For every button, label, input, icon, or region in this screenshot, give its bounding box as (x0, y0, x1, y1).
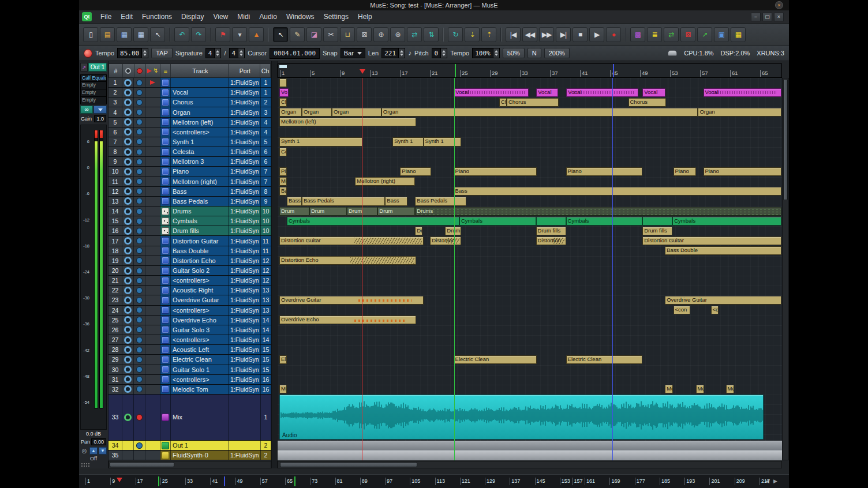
tempo-scale-arrows[interactable] (493, 48, 499, 58)
overview-playhead-icon[interactable] (117, 478, 122, 482)
record-button[interactable] (136, 168, 143, 175)
mute-button[interactable] (124, 326, 132, 333)
effect-slot[interactable]: Calf Equaliz (80, 74, 107, 82)
rewind-button[interactable]: ◀◀ (522, 27, 537, 42)
part-vo[interactable]: Vo (279, 88, 289, 97)
glue-tool-button[interactable]: ⊔ (340, 27, 355, 42)
mdi-restore-button[interactable]: ▢ (762, 13, 772, 21)
part-overdrive-guitar[interactable]: Overdrive Guitar (279, 296, 424, 305)
signature-numerator-spinbox[interactable]: 4 (205, 48, 222, 58)
track-row-34[interactable]: 34Out 12 (108, 441, 271, 451)
record-button[interactable] (136, 208, 143, 215)
tracklist-splitter[interactable] (271, 61, 278, 468)
part-piano[interactable]: Piano (566, 167, 643, 176)
track-row-35[interactable]: 35FluidSynth-01:FluidSyn2 (108, 451, 271, 460)
midi-sync-button[interactable]: ⇄ (664, 27, 679, 42)
track-row-9[interactable]: 9Mellotron 31:FluidSyn6 (108, 157, 271, 167)
eraser-tool-button[interactable]: ◪ (306, 27, 321, 42)
effect-slot[interactable]: Empty (80, 97, 107, 104)
arranger-canvas[interactable]: VoVocalVocalVocalVocalVocalChChChorusCho… (278, 78, 782, 460)
track-row-18[interactable]: 18Bass Double1:FluidSyn11 (108, 246, 271, 256)
part-bass-pedals[interactable]: Bass Pedals (302, 197, 385, 205)
record-button[interactable] (136, 366, 143, 373)
punch-menu-button[interactable]: ▾ (232, 27, 247, 42)
tempo-spinbox[interactable]: 85.00 (117, 48, 148, 58)
part-cymbals[interactable]: Cymbals (566, 217, 643, 226)
mute-button[interactable] (124, 346, 132, 354)
track-row-30[interactable]: 30Guitar Solo 11:FluidSyn15 (108, 365, 271, 375)
mute-button[interactable] (124, 227, 132, 235)
audio-bounce-button[interactable]: ↗ (697, 27, 712, 42)
mute-button[interactable] (124, 168, 132, 175)
part-chorus[interactable]: Chorus (507, 98, 559, 107)
aux-dropdown-button[interactable] (93, 106, 107, 114)
zoom-out-button[interactable]: 50% (503, 48, 525, 58)
part-bass-double[interactable]: Bass Double (665, 246, 781, 255)
bigtime-window-button[interactable]: ▩ (630, 27, 645, 42)
mute-button[interactable] (124, 118, 132, 126)
track-row-15[interactable]: 15Cymbals1:FluidSyn10 (108, 216, 271, 226)
part-drum[interactable]: Drum (445, 227, 461, 235)
part-unnamed[interactable] (536, 217, 566, 226)
tracklist-hscrollbar[interactable] (108, 461, 271, 468)
track-row-24[interactable]: 24<controllers>1:FluidSyn13 (108, 306, 271, 316)
track-row-1[interactable]: 11:FluidSyn1 (108, 78, 271, 88)
record-button[interactable] (136, 178, 143, 185)
record-button[interactable] (136, 80, 143, 86)
part-piano[interactable]: Piano (674, 167, 696, 176)
menu-midi[interactable]: Midi (233, 11, 255, 22)
part--con[interactable]: <con (674, 306, 691, 314)
playhead-marker-icon[interactable] (360, 69, 365, 74)
part-electric-clean[interactable]: Electric Clean (566, 355, 643, 364)
part-drum-fills[interactable]: Drum fills (642, 227, 672, 235)
record-button[interactable] (136, 149, 143, 155)
part-organ[interactable]: Organ (381, 108, 698, 117)
play-button[interactable]: ▶ (589, 27, 604, 42)
record-button[interactable] (136, 198, 143, 204)
record-button[interactable] (136, 326, 143, 333)
track-row-26[interactable]: 26Guitar Solo 31:FluidSyn14 (108, 325, 271, 335)
strip-next-button[interactable]: ▼ (99, 447, 107, 455)
part-drum[interactable]: Drum (377, 207, 415, 216)
strip-power-button[interactable]: ◎ (80, 447, 88, 455)
part-vocal[interactable]: Vocal (566, 88, 638, 97)
punch-out-button[interactable]: ⇡ (481, 27, 496, 42)
part-me[interactable]: Me (726, 385, 734, 393)
track-row-5[interactable]: 5Mellotron (left)1:FluidSyn4 (108, 118, 271, 127)
part-ce[interactable]: Ce (279, 148, 287, 156)
part-dr[interactable]: Dr (415, 227, 422, 235)
effect-slot[interactable]: Empty (80, 82, 107, 89)
loop-button[interactable]: ↻ (448, 27, 463, 42)
part-audio[interactable]: Audio (279, 395, 764, 440)
timeline-ruler[interactable]: 1591317212529333741454953576165 (278, 63, 782, 78)
mute-button[interactable] (124, 287, 132, 294)
part-cymbals[interactable]: Cymbals (287, 217, 459, 226)
part-organ[interactable]: Organ (279, 108, 302, 117)
part-piano[interactable]: Piano (454, 167, 537, 176)
part-electric-clean[interactable]: Electric Clean (454, 355, 537, 364)
track-row-20[interactable]: 20Guitar Solo 21:FluidSyn12 (108, 266, 271, 276)
canvas-hscrollbar[interactable] (278, 461, 782, 468)
track-row-27[interactable]: 27<controllers>1:FluidSyn14 (108, 335, 271, 345)
scroll-tool-button[interactable]: ⇅ (424, 27, 439, 42)
part-mellotron-left-[interactable]: Mellotron (left) (279, 118, 416, 126)
track-row-21[interactable]: 21<controllers>1:FluidSyn12 (108, 276, 271, 286)
mute-button[interactable] (124, 414, 132, 421)
goto-start-button[interactable]: |◀ (506, 27, 521, 42)
strip-route-button[interactable]: ↗ (80, 63, 88, 72)
panic-all-button[interactable]: ⊠ (680, 27, 695, 42)
new-song-button[interactable]: ▯ (83, 27, 98, 42)
part-overdrive-echo[interactable]: Overdrive Echo (279, 316, 416, 324)
mute-button[interactable] (124, 99, 132, 106)
part-organ[interactable]: Organ (302, 108, 332, 117)
track-row-14[interactable]: 14Drums1:FluidSyn10 (108, 207, 271, 216)
menu-view[interactable]: View (208, 11, 233, 22)
mute-button[interactable] (124, 158, 132, 166)
record-button[interactable] (136, 347, 143, 353)
part-organ[interactable]: Organ (698, 108, 781, 117)
mute-button[interactable] (124, 356, 132, 363)
part-ch[interactable]: Ch (499, 98, 507, 107)
record-button[interactable] (136, 119, 143, 125)
mute-button[interactable] (124, 217, 132, 225)
mute-button[interactable] (124, 366, 132, 373)
